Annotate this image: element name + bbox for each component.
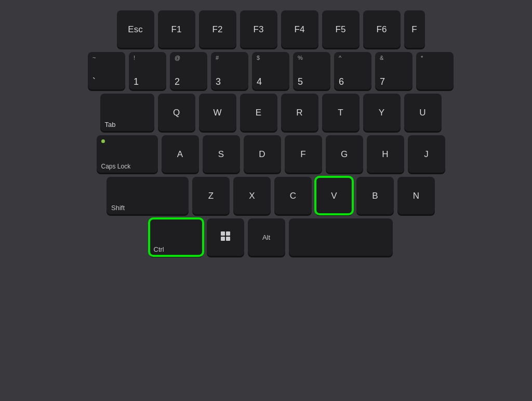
key-esc[interactable]: Esc [117,10,154,48]
key-f4[interactable]: F4 [281,10,318,48]
key-c[interactable]: C [274,177,312,214]
key-win[interactable] [207,218,244,256]
zxcv-key-row: Shift Z X C V B N [107,177,435,214]
qwerty-key-row: Tab Q W E R T Y U [100,94,442,131]
keyboard-background: Esc F1 F2 F3 F4 F5 F6 F ~ ` ! 1 [0,0,532,401]
key-v[interactable]: V [315,177,353,214]
key-h[interactable]: H [367,135,404,173]
key-4[interactable]: $ 4 [252,52,289,89]
key-b[interactable]: B [356,177,394,214]
key-s[interactable]: S [203,135,240,173]
caps-lock-indicator [101,139,105,143]
function-key-row: Esc F1 F2 F3 F4 F5 F6 F [117,10,425,48]
key-a[interactable]: A [162,135,199,173]
number-key-row: ~ ` ! 1 @ 2 # 3 $ 4 % 5 ^ 6 & 7 [88,52,454,89]
key-7[interactable]: & 7 [375,52,413,89]
bottom-key-row: Ctrl Alt [149,218,393,256]
key-space[interactable] [289,218,393,256]
key-t[interactable]: T [322,94,360,131]
key-u[interactable]: U [404,94,442,131]
key-x[interactable]: X [233,177,271,214]
key-f6[interactable]: F6 [363,10,401,48]
key-tab[interactable]: Tab [100,94,154,131]
key-f2[interactable]: F2 [199,10,236,48]
key-shift-left[interactable]: Shift [107,177,189,214]
key-e[interactable]: E [240,94,277,131]
key-j[interactable]: J [408,135,445,173]
key-f5[interactable]: F5 [322,10,360,48]
key-5[interactable]: % 5 [293,52,330,89]
key-y[interactable]: Y [363,94,401,131]
key-6[interactable]: ^ 6 [334,52,371,89]
key-f7[interactable]: F [404,10,425,48]
key-caps-lock[interactable]: Caps Lock [97,135,158,173]
key-ctrl[interactable]: Ctrl [149,218,203,256]
key-d[interactable]: D [244,135,281,173]
key-3[interactable]: # 3 [211,52,248,89]
key-n[interactable]: N [397,177,435,214]
key-8-partial[interactable]: * [416,52,454,89]
key-z[interactable]: Z [192,177,230,214]
key-1[interactable]: ! 1 [129,52,166,89]
asdf-key-row: Caps Lock A S D F G H J [97,135,445,173]
key-g[interactable]: G [326,135,363,173]
windows-icon [221,231,230,241]
key-w[interactable]: W [199,94,236,131]
key-2[interactable]: @ 2 [170,52,207,89]
key-f1[interactable]: F1 [158,10,195,48]
key-q[interactable]: Q [158,94,195,131]
key-alt[interactable]: Alt [248,218,285,256]
key-f3[interactable]: F3 [240,10,277,48]
key-r[interactable]: R [281,94,318,131]
key-f[interactable]: F [285,135,322,173]
key-tilde[interactable]: ~ ` [88,52,125,89]
